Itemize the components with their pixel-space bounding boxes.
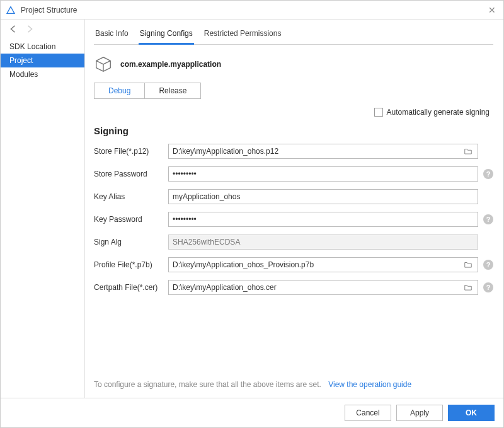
app-logo-icon [6,5,16,15]
app-package-name: com.example.myapplication [120,60,221,69]
profile-file-browse-icon[interactable] [462,260,474,269]
key-password-help-icon[interactable]: ? [483,214,493,224]
sidebar-item-modules[interactable]: Modules [1,67,84,81]
auto-sign-label: Automatically generate signing [387,108,490,117]
titlebar: Project Structure ✕ [1,1,503,20]
key-alias-input[interactable]: myApplication_ohos [168,189,478,204]
tab-basic-info[interactable]: Basic Info [94,25,130,45]
main-panel: Basic Info Signing Configs Restricted Pe… [85,20,503,398]
certpath-file-input[interactable]: D:\key\myApplication_ohos.cer [168,280,478,295]
sign-alg-input: SHA256withECDSA [168,234,478,250]
hint-text: To configure a signature, make sure that… [94,380,321,389]
store-password-label: Store Password [94,170,163,178]
operation-guide-link[interactable]: View the operation guide [328,380,411,389]
certpath-file-browse-icon[interactable] [462,283,474,292]
certpath-file-label: Certpath File(*.cer) [94,283,163,292]
window-title: Project Structure [21,6,486,14]
sidebar: SDK Location Project Modules [1,20,85,398]
sidebar-item-project[interactable]: Project [1,54,84,67]
close-icon[interactable]: ✕ [486,5,498,15]
profile-file-help-icon[interactable]: ? [483,260,493,270]
store-file-label: Store File(*.p12) [94,147,163,156]
signing-section-title: Signing [94,125,493,136]
tab-signing-configs[interactable]: Signing Configs [139,25,194,45]
store-file-browse-icon[interactable] [462,147,474,156]
ok-button[interactable]: OK [448,405,495,421]
build-tab-release[interactable]: Release [144,83,200,98]
store-password-help-icon[interactable]: ? [483,169,493,179]
store-file-input[interactable]: D:\key\myApplication_ohos.p12 [168,144,478,159]
auto-sign-checkbox[interactable] [374,108,383,117]
nav-forward-icon [23,23,35,37]
profile-file-label: Profile File(*.p7b) [94,260,163,269]
apply-button[interactable]: Apply [396,405,443,421]
sign-alg-label: Sign Alg [94,238,163,246]
app-header: com.example.myapplication [94,45,493,83]
sidebar-item-sdk-location[interactable]: SDK Location [1,40,84,54]
certpath-file-help-icon[interactable]: ? [483,282,493,292]
build-type-tabs: Debug Release [94,83,201,99]
tab-restricted-permissions[interactable]: Restricted Permissions [203,25,283,45]
tabs: Basic Info Signing Configs Restricted Pe… [94,23,493,45]
profile-file-input[interactable]: D:\key\myApplication_ohos_Provision.p7b [168,257,478,272]
build-tab-debug[interactable]: Debug [94,83,144,98]
module-cube-icon [94,55,113,74]
hint-row: To configure a signature, make sure that… [94,374,493,398]
cancel-button[interactable]: Cancel [345,405,391,421]
nav-arrows [1,20,84,40]
store-password-input[interactable]: ••••••••• [168,166,478,182]
key-password-label: Key Password [94,215,163,224]
footer: Cancel Apply OK [1,398,503,427]
auto-sign-row: Automatically generate signing [94,105,493,123]
key-password-input[interactable]: ••••••••• [168,212,478,227]
nav-back-icon[interactable] [8,23,20,37]
key-alias-label: Key Alias [94,192,163,201]
